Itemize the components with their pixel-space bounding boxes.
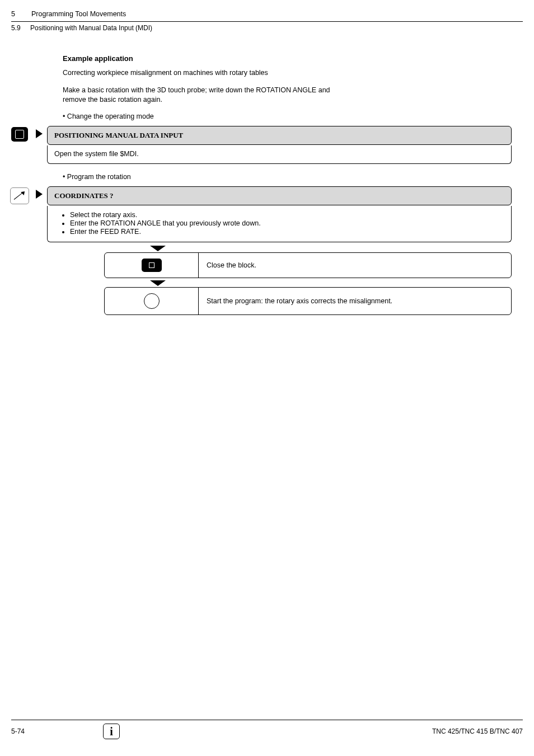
step2-box-stack: COORDINATES ? Select the rotary axis. En… bbox=[47, 186, 512, 242]
intro-para-2: Make a basic rotation with the 3D touch … bbox=[63, 86, 354, 105]
start-key-cell bbox=[105, 288, 199, 314]
step2-block: COORDINATES ? Select the rotary axis. En… bbox=[8, 186, 523, 242]
subrow-area: Close the block. Start the program: the … bbox=[104, 246, 512, 315]
page-footer: 5-74 i TNC 425/TNC 415 B/TNC 407 bbox=[11, 720, 523, 739]
step1-block: POSITIONING MANUAL DATA INPUT Open the s… bbox=[8, 126, 523, 164]
line-key-icon bbox=[8, 186, 31, 204]
intro-para-1: Correcting workpiece misalignment on mac… bbox=[63, 68, 523, 78]
step1-bullet: • Change the operating mode bbox=[63, 112, 523, 120]
step2-body-box: Select the rotary axis. Enter the ROTATI… bbox=[47, 206, 512, 242]
chapter-title: Programming Tool Movements bbox=[31, 10, 126, 18]
chapter-number: 5 bbox=[11, 10, 21, 18]
main-content: Example application Correcting workpiece… bbox=[63, 54, 523, 315]
step1-body-box: Open the system file $MDI. bbox=[47, 145, 512, 164]
step2-bullet: • Program the rotation bbox=[63, 173, 523, 181]
chapter-row: 5 Programming Tool Movements bbox=[11, 10, 523, 18]
arrow-down-icon bbox=[150, 280, 166, 286]
step2-list: Select the rotary axis. Enter the ROTATI… bbox=[70, 211, 504, 236]
footer-left: 5-74 i bbox=[11, 724, 120, 739]
model-label: TNC 425/TNC 415 B/TNC 407 bbox=[432, 727, 523, 735]
start-program-text: Start the program: the rotary axis corre… bbox=[199, 288, 511, 314]
page-header: 5 Programming Tool Movements bbox=[11, 10, 523, 18]
section-row: 5.9 Positioning with Manual Data Input (… bbox=[11, 24, 523, 32]
section-number: 5.9 bbox=[11, 24, 24, 32]
close-block-row: Close the block. bbox=[104, 252, 512, 278]
page-number: 5-74 bbox=[11, 727, 25, 735]
section-header: 5.9 Positioning with Manual Data Input (… bbox=[11, 24, 523, 32]
end-key-icon bbox=[142, 259, 162, 272]
start-button-icon bbox=[144, 293, 160, 309]
start-program-row: Start the program: the rotary axis corre… bbox=[104, 287, 512, 315]
example-heading: Example application bbox=[63, 54, 523, 63]
arrow-down-icon bbox=[150, 246, 166, 251]
close-block-text: Close the block. bbox=[199, 253, 511, 278]
arrow-right-icon bbox=[31, 186, 47, 199]
step1-title-box: POSITIONING MANUAL DATA INPUT bbox=[47, 126, 512, 145]
info-icon: i bbox=[103, 724, 120, 739]
mdi-mode-icon bbox=[8, 126, 31, 142]
arrow-right-icon bbox=[31, 126, 47, 138]
step2-item: Enter the FEED RATE. bbox=[70, 228, 504, 236]
end-key-cell bbox=[105, 253, 199, 278]
step2-item: Select the rotary axis. bbox=[70, 211, 504, 219]
section-title: Positioning with Manual Data Input (MDI) bbox=[30, 24, 152, 32]
step2-title-box: COORDINATES ? bbox=[47, 186, 512, 205]
header-rule bbox=[11, 21, 523, 22]
step2-item: Enter the ROTATION ANGLE that you previo… bbox=[70, 219, 504, 227]
step1-box-stack: POSITIONING MANUAL DATA INPUT Open the s… bbox=[47, 126, 512, 164]
